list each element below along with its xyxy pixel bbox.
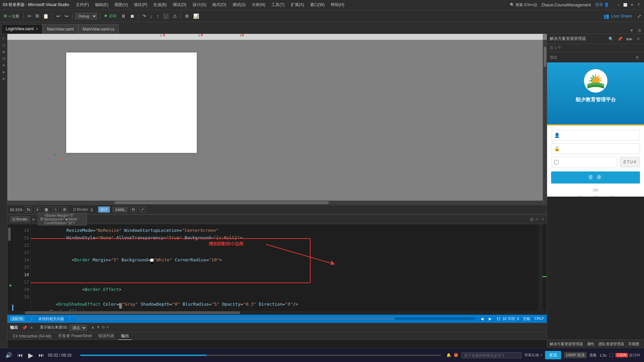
sidebar-icon-6[interactable]: ◈ bbox=[1, 69, 7, 75]
scrollbar-thumb[interactable] bbox=[544, 47, 546, 67]
media-prev-button[interactable]: ⏮ bbox=[16, 352, 24, 359]
menu-debug[interactable]: 调试(D) bbox=[170, 1, 189, 8]
tab-mainview-cs[interactable]: MainView.xaml.cs bbox=[78, 24, 119, 34]
tab-loginview-xaml[interactable]: LoginView.xaml ✕ bbox=[1, 24, 43, 34]
code-scrollbar-thumb-h[interactable] bbox=[25, 311, 240, 314]
restore-button[interactable]: ⬜ bbox=[623, 2, 628, 8]
scrollbar-thumb-h[interactable] bbox=[114, 201, 328, 204]
menu-format[interactable]: 格式(O) bbox=[210, 1, 229, 8]
add-register-button[interactable]: ⊕ + 注册 bbox=[1, 12, 21, 19]
sidebar-icon-2[interactable]: ◫ bbox=[1, 42, 7, 48]
element-selector[interactable]: ⊡ Border bbox=[10, 216, 30, 222]
sidebar-icon-5[interactable]: ⊕ bbox=[1, 62, 7, 68]
menu-view[interactable]: 视图(V) bbox=[112, 1, 130, 8]
menu-edit[interactable]: 编辑(E) bbox=[92, 1, 111, 8]
code-editor[interactable]: ResizeMode="NoResize" WindowStartupLocat… bbox=[31, 224, 538, 311]
panel-tab-related[interactable]: 关视图 bbox=[628, 342, 639, 347]
search-box[interactable]: 🔍 搜索 (Ctrl+Q) bbox=[510, 2, 537, 7]
gift-icon[interactable]: 🎁 bbox=[454, 353, 459, 357]
paste-icon[interactable]: 📋 bbox=[42, 13, 50, 19]
captcha-checkbox[interactable] bbox=[551, 157, 617, 167]
panel-search-icon[interactable]: 🔍 bbox=[607, 36, 615, 42]
preview-username-field[interactable]: 👤 bbox=[551, 130, 640, 141]
sidebar-icon-4[interactable]: ⊟ bbox=[1, 55, 7, 61]
pause-icon[interactable]: ⏸ bbox=[120, 13, 127, 19]
breadcrumb-border[interactable]: ⊡ <Border Margin="5" Background="■ White… bbox=[38, 213, 87, 225]
formula-button[interactable]: fx bbox=[25, 206, 32, 213]
close-tab-loginview[interactable]: ✕ bbox=[36, 27, 38, 31]
gift-label[interactable]: 弹幕礼物 > bbox=[524, 353, 542, 358]
sidebar-icon-3[interactable]: ⊞ bbox=[1, 49, 7, 55]
social-icon-wechat[interactable]: ◉ bbox=[590, 195, 601, 197]
pop-out-icon[interactable]: ⤢ bbox=[535, 217, 539, 222]
menu-file[interactable]: 文件(F) bbox=[73, 1, 92, 8]
menu-tools[interactable]: 工具(T) bbox=[269, 1, 287, 8]
grid-button[interactable]: # bbox=[35, 207, 40, 212]
output-tab-errors[interactable]: 错误列表 bbox=[96, 332, 117, 340]
menu-design[interactable]: 设计(G) bbox=[190, 1, 209, 8]
output-nav-up[interactable]: ▲ bbox=[91, 325, 95, 331]
menu-window[interactable]: 窗口(W) bbox=[308, 1, 327, 8]
split-view-icon[interactable]: ⊟ bbox=[530, 217, 534, 222]
perf-icon[interactable]: 📊 bbox=[192, 13, 200, 19]
notification-icon[interactable]: 🔔 bbox=[446, 353, 451, 357]
media-volume-icon[interactable]: 🔊 bbox=[4, 351, 13, 359]
cut-icon[interactable]: ✂ bbox=[26, 13, 33, 19]
media-next-button[interactable]: ⏭ bbox=[37, 352, 45, 359]
status-arrow-left[interactable]: ◀ bbox=[481, 317, 483, 321]
preview-password-field[interactable]: 🔒 bbox=[551, 143, 640, 154]
tab-dropdown-button[interactable]: ▼ bbox=[628, 28, 635, 34]
media-progress-bar[interactable] bbox=[80, 355, 441, 356]
snap-button[interactable]: ⊹ bbox=[52, 207, 59, 212]
design-scrollbar-vertical[interactable] bbox=[543, 40, 547, 205]
live-share-section[interactable]: 👥 Live Share bbox=[603, 13, 632, 19]
media-play-button[interactable]: ▶ bbox=[27, 351, 35, 360]
grid2-button[interactable]: ▦ bbox=[43, 207, 50, 212]
social-icon-weibo[interactable]: ◎ bbox=[606, 195, 617, 197]
attach-icon[interactable]: ⚙ bbox=[183, 13, 191, 19]
view-expand2-icon[interactable]: ⤢ bbox=[139, 207, 146, 212]
captcha-check-input[interactable] bbox=[554, 160, 558, 164]
tree-expand-icon[interactable]: || bbox=[91, 208, 93, 212]
align-button[interactable]: ⊞ bbox=[61, 207, 68, 212]
panel-close-icon[interactable]: ✕ bbox=[635, 36, 641, 42]
panel-arrow-icon[interactable]: ▶▶ bbox=[625, 36, 634, 42]
debug-config-select[interactable]: Debug bbox=[75, 13, 97, 19]
tab-settings-button[interactable]: ⚙ bbox=[636, 28, 643, 34]
sidebar-icon-1[interactable]: ≡ bbox=[1, 35, 7, 41]
output-tab-csharp[interactable]: C# Interactive (64-bit) bbox=[10, 333, 54, 339]
panel-pin-icon[interactable]: 📌 bbox=[616, 36, 624, 42]
view-xaml-button[interactable]: XAML bbox=[113, 207, 127, 212]
message-input[interactable] bbox=[461, 352, 522, 358]
undo-icon[interactable]: ↩ bbox=[55, 13, 62, 19]
social-icon-qq[interactable]: ● bbox=[574, 195, 585, 197]
close-preview-button[interactable]: ✕ bbox=[633, 54, 641, 61]
output-tab-powershell[interactable]: 开发者 PowerShell bbox=[55, 332, 94, 340]
panel-tab-team[interactable]: 团队资源管理器 bbox=[598, 342, 624, 347]
close-button[interactable]: ✕ bbox=[629, 2, 635, 8]
login-submit-button[interactable]: 登 录 bbox=[551, 171, 640, 184]
minimize-button[interactable]: ─ bbox=[616, 2, 621, 8]
exception-icon[interactable]: ⚠ bbox=[171, 13, 178, 19]
tab-mainview-xaml[interactable]: MainView.xaml bbox=[43, 24, 78, 34]
step-out-icon[interactable]: ↑ bbox=[155, 13, 160, 19]
code-settings-icon[interactable]: + bbox=[541, 217, 544, 222]
login-button[interactable]: 登录 👤 bbox=[595, 2, 609, 8]
menu-analyze[interactable]: 分析(N) bbox=[249, 1, 268, 8]
status-arrow-right[interactable]: ▶ bbox=[489, 317, 491, 321]
menu-help[interactable]: 帮助(H) bbox=[328, 1, 347, 8]
output-close-icon[interactable]: ✕ bbox=[30, 325, 33, 330]
sidebar-icon-7[interactable]: ⊗ bbox=[1, 75, 7, 82]
output-source-select[interactable]: 调试 bbox=[69, 325, 87, 331]
speed-button[interactable]: 1.5x bbox=[599, 353, 606, 357]
step-into-icon[interactable]: ↓ bbox=[149, 13, 154, 19]
help-button[interactable]: ? bbox=[636, 2, 641, 8]
select-episodes-button[interactable]: 选集 bbox=[589, 353, 597, 358]
step-over-icon[interactable]: ↷ bbox=[141, 13, 148, 19]
send-button[interactable]: 发送 bbox=[545, 351, 561, 359]
username-input[interactable] bbox=[562, 133, 637, 138]
resolution-badge[interactable]: 1080P 高清 bbox=[564, 352, 587, 358]
status-scroll-thumb[interactable] bbox=[75, 317, 395, 320]
breakpoint-icon[interactable]: ⬛ bbox=[162, 13, 170, 19]
copy-icon[interactable]: ⧉ bbox=[34, 12, 40, 19]
